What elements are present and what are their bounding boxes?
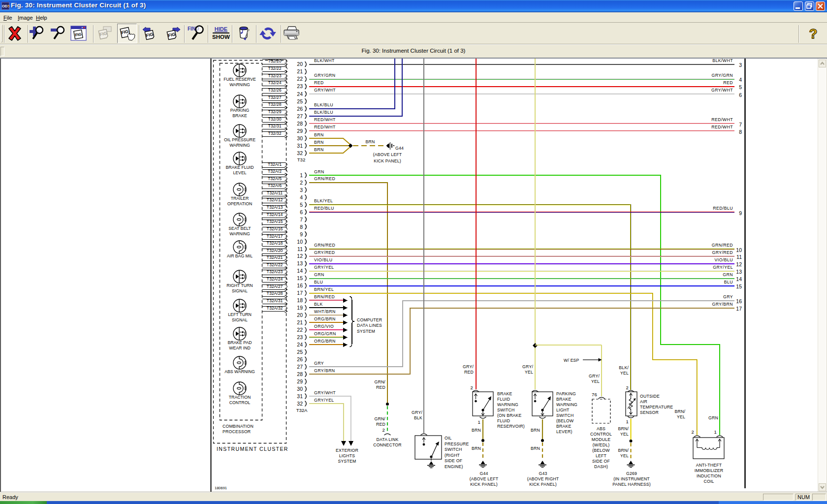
svg-text:2: 2 bbox=[300, 180, 303, 186]
svg-text:GRN/RED: GRN/RED bbox=[712, 243, 733, 248]
svg-text:BLK: BLK bbox=[414, 415, 422, 420]
svg-text:OIL PRESSURE: OIL PRESSURE bbox=[224, 137, 255, 142]
svg-text:ANTI-THEFT: ANTI-THEFT bbox=[696, 463, 722, 468]
svg-text:FLUID: FLUID bbox=[497, 397, 510, 402]
svg-text:23: 23 bbox=[297, 334, 303, 340]
svg-text:GRY/: GRY/ bbox=[589, 374, 600, 378]
svg-text:YEL: YEL bbox=[591, 379, 600, 384]
svg-text:EXTERIOR: EXTERIOR bbox=[336, 448, 358, 453]
svg-text:T32/30: T32/30 bbox=[268, 117, 281, 122]
svg-text:27: 27 bbox=[297, 113, 303, 119]
svg-text:RED/WHT: RED/WHT bbox=[314, 117, 336, 122]
svg-text:SWITCH: SWITCH bbox=[497, 408, 514, 412]
svg-text:ORG/BRN: ORG/BRN bbox=[314, 316, 336, 321]
svg-text:WARNING: WARNING bbox=[497, 402, 518, 407]
svg-text:COMPUTER: COMPUTER bbox=[357, 317, 382, 322]
svg-text:DATA LINES: DATA LINES bbox=[357, 323, 382, 328]
svg-text:YEL: YEL bbox=[677, 414, 685, 419]
svg-text:CONTROL: CONTROL bbox=[590, 432, 612, 437]
svg-text:5: 5 bbox=[739, 84, 742, 90]
svg-text:30: 30 bbox=[297, 135, 303, 141]
svg-text:T32A/6: T32A/6 bbox=[268, 183, 282, 188]
svg-text:BLK/: BLK/ bbox=[619, 365, 629, 370]
svg-text:13: 13 bbox=[736, 269, 742, 275]
svg-text:(BELOW: (BELOW bbox=[556, 418, 574, 423]
svg-text:(ABOVE LEFT: (ABOVE LEFT bbox=[470, 476, 499, 481]
svg-text:YEL: YEL bbox=[620, 371, 629, 376]
svg-text:RED/WHT: RED/WHT bbox=[314, 125, 336, 129]
svg-text:(IN INSTRUMENT: (IN INSTRUMENT bbox=[613, 476, 650, 481]
svg-text:BRN: BRN bbox=[531, 428, 540, 433]
svg-text:1: 1 bbox=[300, 172, 303, 178]
svg-text:20: 20 bbox=[297, 312, 303, 318]
svg-text:6: 6 bbox=[739, 92, 742, 98]
svg-text:AIR BAG MIL: AIR BAG MIL bbox=[227, 253, 253, 258]
svg-text:30: 30 bbox=[297, 386, 303, 392]
svg-text:T32A/22: T32A/22 bbox=[267, 262, 283, 267]
svg-text:GRN/RED: GRN/RED bbox=[314, 176, 335, 181]
svg-text:T32A/14: T32A/14 bbox=[267, 212, 283, 217]
svg-text:22: 22 bbox=[297, 327, 303, 333]
svg-text:BRAKE: BRAKE bbox=[556, 424, 571, 429]
svg-text:PANEL HARNESS): PANEL HARNESS) bbox=[612, 482, 651, 487]
svg-text:T32A/17: T32A/17 bbox=[267, 234, 283, 239]
svg-text:GRY: GRY bbox=[314, 361, 324, 366]
svg-text:32: 32 bbox=[297, 401, 303, 407]
svg-text:BRAKE: BRAKE bbox=[497, 391, 512, 396]
svg-text:BRN: BRN bbox=[472, 446, 481, 451]
svg-text:RED/BLU: RED/BLU bbox=[314, 206, 334, 211]
svg-text:BRN/: BRN/ bbox=[618, 426, 629, 431]
svg-text:2: 2 bbox=[626, 385, 629, 390]
svg-text:LEFT: LEFT bbox=[596, 453, 607, 458]
svg-text:1: 1 bbox=[626, 419, 629, 424]
svg-text:GRY/YEL: GRY/YEL bbox=[314, 265, 334, 270]
svg-text:2: 2 bbox=[382, 427, 385, 433]
svg-text:GRY/: GRY/ bbox=[412, 410, 422, 415]
svg-text:25: 25 bbox=[297, 98, 303, 104]
svg-text:T32A/18: T32A/18 bbox=[267, 241, 283, 246]
svg-text:T32A/28: T32A/28 bbox=[267, 291, 283, 296]
svg-text:PARKING: PARKING bbox=[556, 391, 576, 396]
svg-text:29: 29 bbox=[297, 378, 303, 384]
svg-text:INDUCTION: INDUCTION bbox=[697, 473, 721, 478]
svg-text:T32/27: T32/27 bbox=[268, 95, 281, 100]
svg-text:TRAILER: TRAILER bbox=[231, 196, 249, 201]
svg-text:WEAR IND: WEAR IND bbox=[229, 346, 250, 350]
svg-text:2: 2 bbox=[471, 385, 473, 390]
svg-text:GRN/RED: GRN/RED bbox=[314, 243, 335, 248]
svg-text:76: 76 bbox=[592, 392, 597, 397]
svg-text:GRY/BRN: GRY/BRN bbox=[712, 302, 733, 307]
svg-text:GRN: GRN bbox=[708, 415, 718, 420]
svg-text:32: 32 bbox=[297, 150, 303, 156]
svg-text:12: 12 bbox=[297, 253, 303, 259]
svg-text:26: 26 bbox=[297, 106, 303, 112]
svg-text:FLUID: FLUID bbox=[497, 418, 510, 423]
svg-text:GRN/: GRN/ bbox=[374, 379, 385, 384]
svg-text:T32/32: T32/32 bbox=[268, 131, 281, 136]
svg-text:BRN: BRN bbox=[531, 446, 540, 451]
svg-text:T32A/16: T32A/16 bbox=[267, 226, 283, 231]
svg-text:WHT/BRN: WHT/BRN bbox=[314, 309, 336, 314]
svg-text:T32A/1: T32A/1 bbox=[268, 162, 282, 167]
svg-text:22: 22 bbox=[297, 76, 303, 82]
svg-text:RED: RED bbox=[723, 80, 733, 85]
svg-text:BRN: BRN bbox=[472, 428, 481, 433]
svg-text:31: 31 bbox=[297, 143, 303, 149]
svg-text:GRY/RED: GRY/RED bbox=[314, 250, 335, 255]
svg-text:2: 2 bbox=[692, 429, 694, 435]
svg-text:SHOW: SHOW bbox=[212, 34, 230, 40]
svg-text:3: 3 bbox=[739, 62, 742, 68]
svg-text:OUTSIDE: OUTSIDE bbox=[640, 394, 660, 399]
svg-text:BLK: BLK bbox=[314, 302, 323, 307]
svg-text:LEFT TURN: LEFT TURN bbox=[228, 312, 251, 317]
svg-text:WARNING: WARNING bbox=[229, 231, 250, 236]
svg-text:4: 4 bbox=[300, 194, 303, 200]
svg-text:ORG/BRN: ORG/BRN bbox=[314, 339, 336, 344]
svg-text:LIGHTS: LIGHTS bbox=[339, 453, 355, 458]
svg-text:26: 26 bbox=[297, 356, 303, 362]
svg-text:WARNING: WARNING bbox=[229, 143, 250, 148]
svg-text:LEVEL: LEVEL bbox=[233, 170, 246, 175]
svg-text:T32/29: T32/29 bbox=[268, 109, 281, 114]
svg-text:T32A/20: T32A/20 bbox=[267, 248, 283, 253]
svg-text:VIO/BLU: VIO/BLU bbox=[314, 257, 332, 262]
